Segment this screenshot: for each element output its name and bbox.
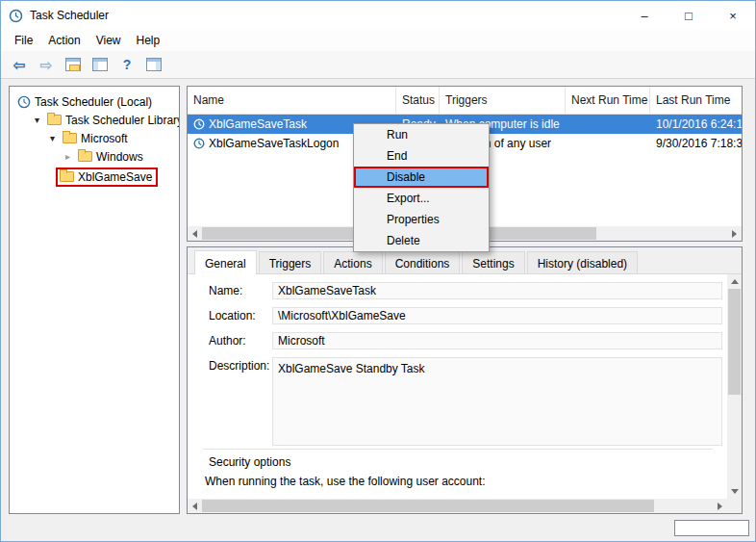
- task-last-run-time: 10/1/2016 6:24:19: [650, 115, 742, 134]
- chevron-down-icon[interactable]: ▾: [46, 133, 59, 143]
- name-label: Name:: [209, 284, 242, 297]
- task-name: XblGameSaveTask: [209, 117, 307, 131]
- security-options-heading: Security options: [209, 455, 290, 469]
- details-horizontal-scrollbar[interactable]: [188, 499, 727, 513]
- column-header-last-run-time[interactable]: Last Run Time: [650, 87, 742, 114]
- context-menu-delete[interactable]: Delete: [354, 230, 489, 251]
- description-field[interactable]: XblGameSave Standby Task: [272, 357, 722, 446]
- location-label: Location:: [209, 309, 256, 323]
- section-divider: [203, 449, 713, 450]
- minimize-button[interactable]: –: [622, 1, 667, 30]
- context-menu-properties[interactable]: Properties: [354, 209, 489, 230]
- window-title: Task Scheduler: [30, 9, 109, 22]
- scroll-left-arrow[interactable]: [188, 226, 202, 241]
- task-next-run-time: [566, 134, 650, 153]
- description-label: Description:: [209, 359, 269, 373]
- scroll-down-arrow[interactable]: [727, 484, 742, 499]
- location-field: \Microsoft\XblGameSave: [272, 307, 722, 324]
- title-bar: Task Scheduler – □ ×: [1, 1, 755, 30]
- bottom-strip: [1, 514, 755, 542]
- window-controls: – □ ×: [622, 1, 755, 30]
- tree-item-label: Task Scheduler (Local): [35, 95, 152, 109]
- forward-arrow-icon: ⇨: [40, 58, 53, 72]
- folder-icon: [78, 151, 92, 162]
- tree-item-windows[interactable]: ▸ Windows: [10, 147, 179, 166]
- scrollbar-thumb[interactable]: [202, 500, 654, 512]
- tab-settings[interactable]: Settings: [462, 251, 524, 274]
- tab-history[interactable]: History (disabled): [527, 251, 638, 274]
- name-field: XblGameSaveTask: [272, 282, 722, 299]
- help-button[interactable]: ?: [116, 54, 138, 75]
- context-menu-end[interactable]: End: [354, 145, 489, 167]
- security-options-text: When running the task, use the following…: [205, 475, 486, 488]
- menu-action[interactable]: Action: [40, 31, 88, 50]
- tree-item-task-scheduler-local[interactable]: Task Scheduler (Local): [10, 92, 179, 111]
- menu-file[interactable]: File: [7, 31, 40, 50]
- general-tab-content: Name: XblGameSaveTask Location: \Microso…: [188, 273, 742, 513]
- console-tree-toggle-button[interactable]: [89, 54, 111, 75]
- console-tree-icon: [92, 58, 108, 71]
- task-scheduler-app-icon: [9, 9, 23, 23]
- clock-icon: [17, 95, 31, 109]
- forward-button[interactable]: ⇨: [36, 54, 57, 75]
- author-field: Microsoft: [272, 332, 722, 349]
- context-menu-export[interactable]: Export...: [354, 188, 489, 209]
- column-header-status[interactable]: Status: [396, 87, 440, 114]
- menu-help[interactable]: Help: [129, 31, 168, 50]
- task-scheduler-window: Task Scheduler – □ × File Action View He…: [0, 0, 756, 542]
- annotation-rectangle: XblGameSave: [56, 168, 158, 187]
- toolbar: ⇦ ⇨ ?: [1, 51, 755, 79]
- tree-item-label: Microsoft: [81, 132, 128, 145]
- clock-icon: [193, 138, 205, 149]
- task-list-header: Name Status Triggers Next Run Time Last …: [188, 87, 742, 115]
- task-context-menu: Run End Disable Export... Properties Del…: [353, 123, 490, 252]
- help-icon: ?: [123, 57, 132, 72]
- scroll-left-arrow[interactable]: [188, 499, 202, 513]
- context-menu-disable[interactable]: Disable: [354, 167, 489, 188]
- task-details-panel: General Triggers Actions Conditions Sett…: [187, 246, 743, 514]
- context-menu-run[interactable]: Run: [354, 124, 489, 145]
- menu-bar: File Action View Help: [1, 30, 755, 51]
- tree-item-label: XblGameSave: [78, 170, 152, 184]
- scrollbar-corner: [727, 499, 742, 513]
- chevron-right-icon[interactable]: ▸: [62, 151, 74, 162]
- folder-icon: [60, 171, 74, 182]
- task-next-run-time: [566, 115, 650, 134]
- maximize-button[interactable]: □: [667, 1, 711, 30]
- tree-item-xblgamesave[interactable]: XblGameSave: [10, 166, 179, 188]
- back-arrow-icon: ⇦: [13, 58, 26, 72]
- back-button[interactable]: ⇦: [9, 54, 30, 75]
- task-name: XblGameSaveTaskLogon: [209, 137, 339, 150]
- scroll-right-arrow[interactable]: [727, 226, 742, 241]
- window-folder-icon: [65, 58, 81, 71]
- task-last-run-time: 9/30/2016 7:18:30: [650, 134, 742, 153]
- tab-actions[interactable]: Actions: [323, 251, 382, 274]
- author-label: Author:: [209, 334, 246, 348]
- chevron-down-icon[interactable]: ▾: [31, 115, 43, 125]
- tab-triggers[interactable]: Triggers: [259, 251, 322, 274]
- column-header-next-run-time[interactable]: Next Run Time: [566, 87, 650, 114]
- scroll-up-arrow[interactable]: [727, 274, 742, 289]
- close-button[interactable]: ×: [711, 1, 755, 30]
- column-header-name[interactable]: Name: [188, 87, 396, 114]
- clock-icon: [193, 118, 205, 130]
- menu-view[interactable]: View: [88, 31, 129, 50]
- tab-general[interactable]: General: [194, 250, 257, 274]
- action-pane-toggle-button[interactable]: [143, 54, 164, 75]
- tree-item-label: Task Scheduler Library: [65, 114, 180, 127]
- console-tree-panel: Task Scheduler (Local) ▾ Task Scheduler …: [9, 86, 180, 514]
- window-folder-button[interactable]: [63, 54, 84, 75]
- scrollbar-thumb[interactable]: [728, 289, 741, 395]
- tree-item-microsoft[interactable]: ▾ Microsoft: [10, 129, 179, 147]
- details-vertical-scrollbar[interactable]: [727, 274, 742, 499]
- action-pane-icon: [146, 58, 162, 71]
- scroll-right-arrow[interactable]: [713, 499, 727, 513]
- tab-conditions[interactable]: Conditions: [385, 251, 461, 274]
- bottom-right-box: [674, 520, 749, 536]
- tree-item-task-scheduler-library[interactable]: ▾ Task Scheduler Library: [10, 111, 179, 129]
- folder-icon: [47, 115, 62, 125]
- tree-item-label: Windows: [96, 150, 143, 164]
- column-header-triggers[interactable]: Triggers: [440, 87, 566, 114]
- folder-icon: [63, 133, 77, 143]
